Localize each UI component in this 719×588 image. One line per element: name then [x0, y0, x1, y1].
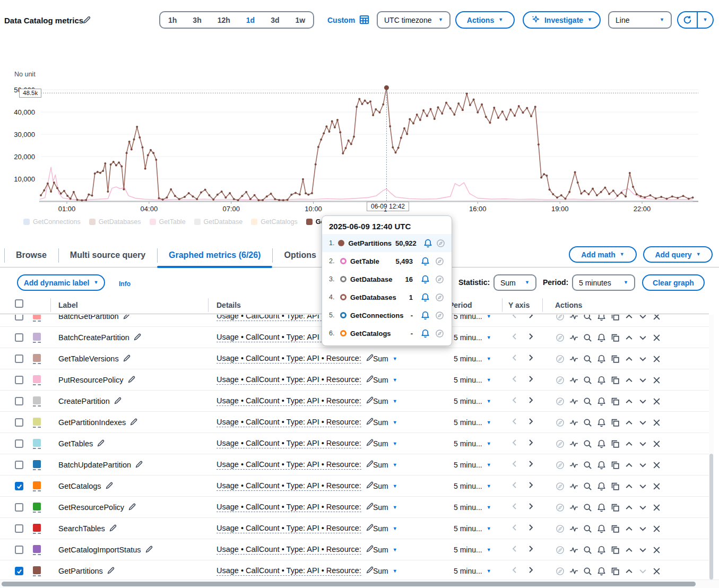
row-period-dropdown[interactable]: 5 minu...▼	[454, 497, 491, 518]
alarm-bell-icon[interactable]	[594, 354, 608, 364]
row-period-dropdown[interactable]: 5 minu...▼	[454, 391, 491, 412]
y-axis-right-icon[interactable]	[526, 315, 535, 322]
zoom-search-icon[interactable]	[581, 315, 594, 321]
zoom-search-icon[interactable]	[581, 461, 594, 470]
move-down-icon[interactable]	[636, 315, 649, 321]
metric-color-swatch[interactable]	[33, 481, 41, 491]
duplicate-icon[interactable]	[608, 482, 622, 491]
row-checkbox[interactable]	[15, 439, 23, 448]
metric-color-swatch[interactable]	[33, 545, 41, 555]
timezone-dropdown[interactable]: UTC timezone▼	[377, 11, 451, 29]
alarm-bell-icon[interactable]	[594, 524, 608, 533]
anomaly-pulse-icon[interactable]	[567, 397, 581, 406]
row-period-dropdown[interactable]: 5 minu...▼	[454, 412, 491, 433]
metric-details[interactable]: Usage • CallCount • Type: API • Resource…	[216, 460, 361, 470]
duplicate-icon[interactable]	[608, 315, 622, 321]
move-down-icon[interactable]	[636, 567, 649, 576]
row-period-dropdown[interactable]: 5 minu...▼	[454, 327, 491, 348]
duplicate-icon[interactable]	[608, 567, 622, 576]
row-checkbox[interactable]	[15, 354, 23, 363]
move-down-icon[interactable]	[636, 333, 649, 342]
investigate-compass-icon[interactable]	[436, 239, 445, 248]
row-statistic-dropdown[interactable]: Sum▼	[373, 475, 397, 497]
vertical-scrollbar-thumb[interactable]	[709, 454, 713, 580]
create-alarm-bell-icon[interactable]	[420, 275, 430, 284]
tab[interactable]: Graphed metrics (6/26)	[157, 244, 272, 267]
anomaly-pulse-icon[interactable]	[567, 376, 581, 385]
duplicate-icon[interactable]	[608, 397, 622, 406]
investigate-dropdown-button[interactable]: Investigate▼	[523, 11, 601, 29]
investigate-compass-icon[interactable]	[434, 329, 445, 338]
zoom-search-icon[interactable]	[581, 546, 594, 555]
alarm-bell-icon[interactable]	[594, 461, 608, 470]
alarm-bell-icon[interactable]	[594, 439, 608, 448]
anomaly-pulse-icon[interactable]	[567, 439, 581, 448]
investigate-compass-icon[interactable]	[434, 257, 445, 266]
actions-dropdown-button[interactable]: Actions▼	[455, 11, 515, 29]
clear-graph-button[interactable]: Clear graph	[642, 274, 705, 291]
edit-label-pencil-icon[interactable]	[135, 460, 143, 470]
tab[interactable]: Browse	[4, 244, 58, 267]
y-axis-right-icon[interactable]	[526, 375, 535, 385]
move-up-icon[interactable]	[622, 333, 636, 342]
duplicate-icon[interactable]	[608, 333, 622, 342]
duplicate-icon[interactable]	[608, 354, 622, 364]
row-statistic-dropdown[interactable]: Sum▼	[373, 433, 397, 454]
metric-details[interactable]: Usage • CallCount • Type: API • Resource…	[216, 503, 361, 512]
metric-color-swatch[interactable]	[33, 503, 41, 513]
anomaly-pulse-icon[interactable]	[567, 354, 581, 364]
row-statistic-dropdown[interactable]: Sum▼	[373, 391, 397, 412]
y-axis-right-icon[interactable]	[526, 502, 535, 513]
move-down-icon[interactable]	[636, 397, 649, 406]
move-up-icon[interactable]	[622, 315, 636, 321]
row-checkbox[interactable]	[15, 524, 23, 533]
create-alarm-bell-icon[interactable]	[423, 239, 432, 248]
edit-label-pencil-icon[interactable]	[109, 524, 117, 534]
remove-x-icon[interactable]	[649, 524, 663, 533]
remove-x-icon[interactable]	[649, 567, 663, 576]
statistic-dropdown[interactable]: Sum▼	[493, 274, 536, 291]
move-down-icon[interactable]	[636, 439, 649, 448]
remove-x-icon[interactable]	[649, 503, 663, 512]
edit-label-pencil-icon[interactable]	[129, 418, 138, 428]
chart-canvas[interactable]: 10,00020,00030,00040,00050,00001:0004:00…	[0, 64, 719, 219]
move-down-icon[interactable]	[636, 503, 649, 512]
add-dynamic-label-dropdown-button[interactable]: Add dynamic label▼	[17, 274, 105, 291]
move-down-icon[interactable]	[636, 546, 649, 555]
refresh-options-chevron[interactable]: ▼	[697, 11, 714, 29]
create-alarm-bell-icon[interactable]	[420, 311, 430, 320]
time-range-button[interactable]: 1h	[160, 12, 185, 28]
row-period-dropdown[interactable]: 5 minu...▼	[454, 475, 491, 497]
zoom-search-icon[interactable]	[581, 482, 594, 491]
move-up-icon[interactable]	[622, 546, 636, 555]
anomaly-pulse-icon[interactable]	[567, 461, 581, 470]
legend-item[interactable]: GetConnections	[23, 218, 81, 226]
duplicate-icon[interactable]	[608, 376, 622, 385]
row-checkbox[interactable]	[15, 315, 23, 321]
alarm-bell-icon[interactable]	[594, 567, 608, 576]
legend-item[interactable]: GetDatabase	[194, 218, 243, 226]
y-axis-right-icon[interactable]	[526, 544, 535, 555]
row-checkbox[interactable]	[15, 461, 23, 469]
move-up-icon[interactable]	[622, 482, 636, 491]
y-axis-right-icon[interactable]	[526, 332, 535, 343]
alarm-bell-icon[interactable]	[594, 503, 608, 512]
move-up-icon[interactable]	[622, 439, 636, 448]
metric-color-swatch[interactable]	[33, 375, 41, 385]
zoom-search-icon[interactable]	[581, 503, 594, 512]
anomaly-pulse-icon[interactable]	[567, 524, 581, 533]
metric-color-swatch[interactable]	[33, 460, 41, 470]
metric-details[interactable]: Usage • CallCount • Type: API • Resource…	[216, 524, 361, 533]
y-axis-right-icon[interactable]	[526, 353, 535, 364]
row-period-dropdown[interactable]: 5 minu...▼	[454, 348, 491, 369]
remove-x-icon[interactable]	[649, 333, 663, 342]
create-alarm-bell-icon[interactable]	[420, 329, 430, 338]
alarm-bell-icon[interactable]	[594, 376, 608, 385]
anomaly-pulse-icon[interactable]	[567, 333, 581, 342]
anomaly-pulse-icon[interactable]	[567, 482, 581, 491]
remove-x-icon[interactable]	[649, 315, 663, 321]
metric-color-swatch[interactable]	[33, 315, 41, 322]
zoom-search-icon[interactable]	[581, 567, 594, 576]
time-range-button[interactable]: 1d	[238, 12, 263, 28]
row-period-dropdown[interactable]: 5 minu...▼	[454, 433, 491, 454]
